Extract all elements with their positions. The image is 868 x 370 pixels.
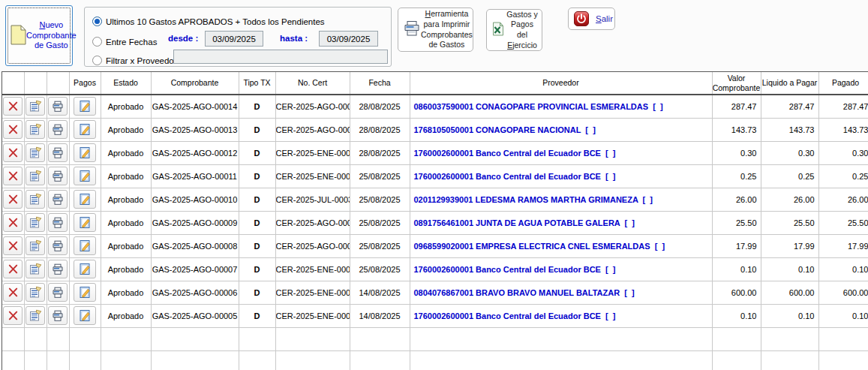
printer-icon bbox=[52, 240, 64, 252]
proveedor-link[interactable]: 1760002600001 Banco Central del Ecuador … bbox=[410, 257, 712, 281]
expense-row[interactable]: Aprobado GAS-2025-AGO-00013 D CER-2025-A… bbox=[2, 118, 868, 141]
radio-between-dates[interactable]: Entre Fechas bbox=[92, 37, 157, 47]
proveedor-link[interactable]: 1760002600001 Banco Central del Ecuador … bbox=[410, 304, 712, 327]
properties-icon bbox=[29, 216, 42, 229]
delete-row-button[interactable] bbox=[3, 190, 23, 209]
expense-row[interactable]: Aprobado GAS-2025-AGO-00010 D CER-2025-J… bbox=[2, 188, 868, 211]
column-header-pagos: Pagos bbox=[69, 72, 101, 95]
note-pencil-icon bbox=[79, 309, 92, 322]
expense-row[interactable]: Aprobado GAS-2025-AGO-00007 D CER-2025-E… bbox=[2, 257, 868, 281]
liquido-a-pagar-cell: 600.00 bbox=[761, 281, 818, 304]
expense-row[interactable]: Aprobado GAS-2025-AGO-00008 D CER-2025-A… bbox=[2, 234, 868, 257]
tipo-tx-cell: D bbox=[239, 257, 275, 281]
edit-row-button[interactable] bbox=[26, 213, 45, 232]
expense-row[interactable]: Aprobado GAS-2025-AGO-00005 D CER-2025-E… bbox=[2, 304, 868, 327]
pagos-button[interactable] bbox=[74, 167, 96, 185]
no-cert-cell: CER-2025-AGO-0005 bbox=[275, 211, 350, 234]
expense-row[interactable]: Aprobado GAS-2025-AGO-00011 D CER-2025-E… bbox=[2, 164, 868, 188]
edit-row-button[interactable] bbox=[26, 143, 45, 162]
desde-date-field[interactable]: 03/09/2025 bbox=[205, 31, 263, 47]
pagos-button[interactable] bbox=[74, 260, 96, 278]
print-row-button[interactable] bbox=[48, 167, 68, 185]
estado-cell: Aprobado bbox=[101, 118, 151, 141]
pagos-button[interactable] bbox=[74, 190, 96, 209]
liquido-a-pagar-cell: 0.30 bbox=[761, 141, 818, 164]
proveedor-link[interactable]: 0968599020001 EMPRESA ELECTRICA CNEL ESM… bbox=[410, 234, 712, 257]
pagos-button[interactable] bbox=[74, 306, 96, 325]
delete-row-button[interactable] bbox=[3, 236, 23, 255]
edit-row-button[interactable] bbox=[26, 190, 45, 209]
fecha-cell: 28/08/2025 bbox=[350, 141, 410, 164]
radio-provider-circle[interactable] bbox=[92, 56, 102, 65]
no-cert-cell: CER-2025-ENE-0001 bbox=[275, 304, 350, 327]
expense-row[interactable]: Aprobado GAS-2025-AGO-00009 D CER-2025-A… bbox=[2, 211, 868, 234]
print-row-button[interactable] bbox=[48, 97, 68, 116]
valor-comprobante-cell: 0.25 bbox=[712, 164, 761, 188]
radio-by-provider[interactable]: Filtrar x Proveedor bbox=[92, 56, 177, 65]
pagos-button[interactable] bbox=[74, 236, 96, 255]
print-row-button[interactable] bbox=[48, 260, 68, 278]
toolbar: Nuevo Comprobante de Gasto Ultimos 10 Ga… bbox=[0, 0, 868, 71]
note-pencil-icon bbox=[79, 193, 92, 206]
proveedor-link[interactable]: 0860037590001 CONAGOPARE PROVINCIAL ESME… bbox=[410, 95, 712, 118]
delete-row-button[interactable] bbox=[3, 213, 23, 232]
expense-row[interactable]: Aprobado GAS-2025-AGO-00014 D CER-2025-A… bbox=[2, 95, 868, 118]
excel-report-button[interactable]: Gastos y Pagos del Ejercicio bbox=[486, 9, 542, 51]
radio-between-circle[interactable] bbox=[92, 37, 102, 47]
delete-row-button[interactable] bbox=[3, 260, 23, 278]
pagos-button[interactable] bbox=[74, 213, 96, 232]
print-row-button[interactable] bbox=[48, 190, 68, 209]
exit-button[interactable]: Salir bbox=[568, 8, 615, 30]
delete-row-button[interactable] bbox=[3, 283, 23, 302]
print-vouchers-tool-button[interactable]: Herramienta para Imprimir Comprobantes d… bbox=[398, 8, 473, 52]
no-cert-cell: CER-2025-JUL-0003 bbox=[275, 188, 350, 211]
expense-row[interactable]: Aprobado GAS-2025-AGO-00012 D CER-2025-E… bbox=[2, 141, 868, 164]
tipo-tx-cell: D bbox=[239, 211, 275, 234]
proveedor-link[interactable]: 0201129939001 LEDESMA RAMOS MARTHA GRIMA… bbox=[410, 188, 712, 211]
proveedor-link[interactable]: 1760002600001 Banco Central del Ecuador … bbox=[410, 141, 712, 164]
proveedor-link[interactable]: 1768105050001 CONAGOPARE NACIONAL [ ] bbox=[410, 118, 712, 141]
edit-row-button[interactable] bbox=[26, 283, 45, 302]
print-row-button[interactable] bbox=[48, 213, 68, 232]
new-voucher-button[interactable]: Nuevo Comprobante de Gasto bbox=[5, 5, 73, 66]
printer-icon bbox=[52, 263, 64, 275]
edit-row-button[interactable] bbox=[26, 306, 45, 325]
proveedor-link[interactable]: 0891756461001 JUNTA DE AGUA POTABLE GALE… bbox=[410, 211, 712, 234]
delete-row-button[interactable] bbox=[3, 143, 23, 162]
edit-row-button[interactable] bbox=[26, 97, 45, 116]
print-row-button[interactable] bbox=[48, 120, 68, 139]
edit-row-button[interactable] bbox=[26, 167, 45, 185]
pagos-button[interactable] bbox=[74, 283, 96, 302]
proveedor-link[interactable]: 1760002600001 Banco Central del Ecuador … bbox=[410, 164, 712, 188]
column-header-estado: Estado bbox=[101, 72, 151, 95]
pagos-button[interactable] bbox=[74, 97, 96, 116]
estado-cell: Aprobado bbox=[101, 281, 151, 304]
print-row-button[interactable] bbox=[48, 283, 68, 302]
radio-last10-approved[interactable]: Ultimos 10 Gastos APROBADOS + Todos los … bbox=[92, 17, 325, 26]
valor-comprobante-cell: 0.30 bbox=[712, 141, 761, 164]
print-row-button[interactable] bbox=[48, 143, 68, 162]
print-row-button[interactable] bbox=[48, 306, 68, 325]
delete-row-button[interactable] bbox=[3, 120, 23, 139]
hasta-date-field[interactable]: 03/09/2025 bbox=[319, 31, 378, 47]
printer-icon bbox=[52, 287, 64, 299]
radio-last10-circle[interactable] bbox=[92, 17, 102, 26]
pagos-button[interactable] bbox=[74, 120, 96, 139]
delete-row-button[interactable] bbox=[3, 97, 23, 116]
print-row-button[interactable] bbox=[48, 236, 68, 255]
pagos-button[interactable] bbox=[74, 143, 96, 162]
delete-row-button[interactable] bbox=[3, 306, 23, 325]
edit-row-button[interactable] bbox=[26, 260, 45, 278]
comprobante-cell: GAS-2025-AGO-00008 bbox=[151, 234, 239, 257]
delete-row-button[interactable] bbox=[3, 167, 23, 185]
expense-row[interactable]: Aprobado GAS-2025-AGO-00006 D CER-2025-E… bbox=[2, 281, 868, 304]
expense-grid: Pagos Estado Comprobante Tipo TX No. Cer… bbox=[2, 71, 868, 370]
proveedor-link[interactable]: 0804076867001 BRAVO BRAVO MANUEL BALTAZA… bbox=[410, 281, 712, 304]
edit-row-button[interactable] bbox=[26, 120, 45, 139]
new-voucher-label: Nuevo Comprobante de Gasto bbox=[26, 20, 77, 51]
properties-icon bbox=[29, 239, 42, 252]
edit-row-button[interactable] bbox=[26, 236, 45, 255]
fecha-cell: 14/08/2025 bbox=[350, 304, 410, 327]
column-header-pagado: Pagado bbox=[818, 72, 868, 95]
provider-filter-input[interactable] bbox=[173, 50, 388, 64]
